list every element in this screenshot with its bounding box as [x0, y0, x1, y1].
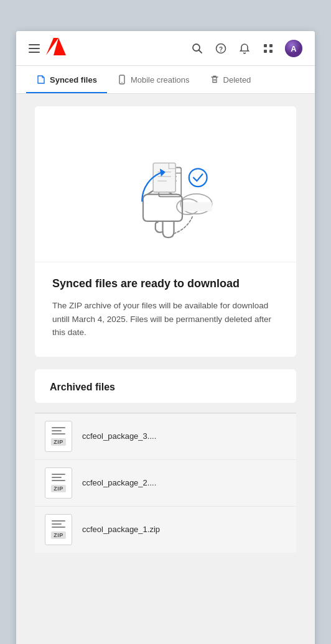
- file-name: ccfeol_package_1.zip: [82, 525, 160, 534]
- info-description: The ZIP archive of your files will be av…: [52, 299, 279, 339]
- svg-text:A: A: [291, 44, 297, 53]
- search-icon[interactable]: [190, 42, 204, 55]
- tab-synced-files[interactable]: Synced files: [26, 66, 107, 93]
- header-left: [29, 38, 190, 59]
- info-area: Synced files are ready to download The Z…: [35, 262, 296, 357]
- svg-point-19: [189, 168, 207, 186]
- illustration-area: [35, 106, 296, 262]
- apps-grid-icon[interactable]: [261, 42, 275, 55]
- help-icon[interactable]: ?: [214, 42, 228, 55]
- user-avatar[interactable]: A: [285, 40, 302, 57]
- file-item[interactable]: ZIP ccfeol_package_1.zip: [35, 507, 296, 553]
- svg-point-13: [121, 82, 123, 83]
- svg-rect-24: [153, 163, 175, 192]
- adobe-logo: [46, 38, 66, 59]
- zip-file-icon: ZIP: [45, 514, 72, 545]
- svg-line-3: [199, 50, 202, 53]
- svg-rect-18: [181, 202, 212, 211]
- tab-mobile-creations[interactable]: Mobile creations: [107, 66, 200, 93]
- file-name: ccfeol_package_2....: [82, 478, 156, 487]
- tab-bar: Synced files Mobile creations Deleted: [16, 66, 315, 94]
- file-item[interactable]: ZIP ccfeol_package_3....: [35, 413, 296, 460]
- zip-file-icon: ZIP: [45, 467, 72, 499]
- file-list: ZIP ccfeol_package_3.... ZIP ccfeol_pack…: [35, 413, 296, 553]
- synced-info-card: Synced files are ready to download The Z…: [35, 106, 296, 357]
- svg-text:?: ?: [219, 45, 223, 52]
- main-content: Synced files are ready to download The Z…: [16, 94, 315, 644]
- notification-icon[interactable]: [238, 42, 251, 55]
- hamburger-menu-icon[interactable]: [29, 44, 40, 53]
- file-name: ccfeol_package_3....: [82, 431, 156, 441]
- header-icons: ?: [190, 40, 302, 57]
- zip-file-icon: ZIP: [45, 421, 72, 452]
- svg-rect-7: [269, 44, 273, 47]
- archived-files-title: Archived files: [50, 382, 281, 393]
- tab-mobile-creations-label: Mobile creations: [131, 75, 190, 85]
- tab-synced-files-label: Synced files: [50, 75, 97, 85]
- file-item[interactable]: ZIP ccfeol_package_2....: [35, 460, 296, 507]
- app-window: ?: [16, 31, 315, 644]
- svg-rect-6: [264, 44, 267, 47]
- tab-deleted-label: Deleted: [223, 75, 251, 85]
- svg-rect-9: [269, 50, 273, 53]
- info-title: Synced files are ready to download: [52, 277, 279, 290]
- archived-files-card: Archived files: [35, 369, 296, 403]
- tab-deleted[interactable]: Deleted: [200, 66, 261, 93]
- app-header: ?: [16, 31, 315, 66]
- svg-rect-8: [264, 50, 267, 53]
